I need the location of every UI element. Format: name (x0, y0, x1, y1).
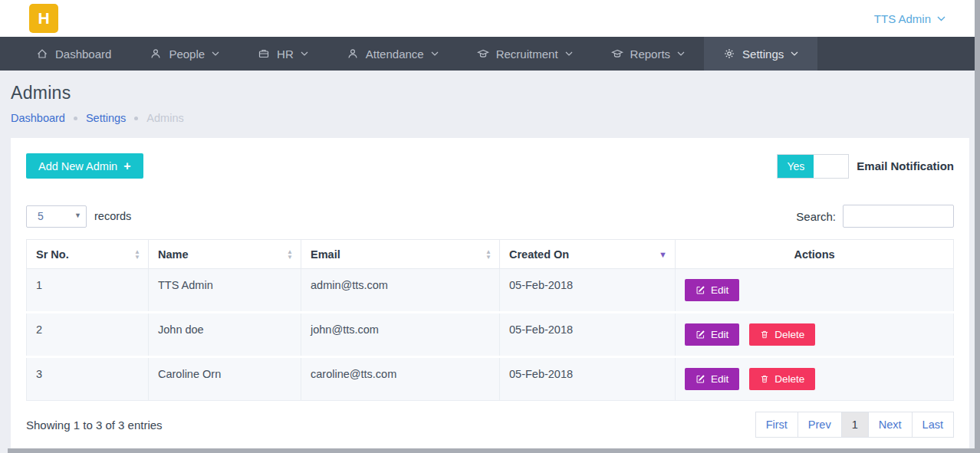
records-select[interactable]: 5 (26, 205, 87, 228)
cell-email: admin@tts.com (301, 269, 500, 313)
nav-item-people[interactable]: People (130, 37, 238, 71)
column-header-name[interactable]: Name ▲▼ (149, 240, 301, 269)
email-notification-label: Email Notification (857, 159, 954, 172)
briefcase-icon (258, 48, 270, 60)
breadcrumb-separator (74, 117, 77, 120)
edit-button[interactable]: Edit (685, 279, 739, 301)
edit-button[interactable]: Edit (685, 323, 739, 346)
breadcrumb: Dashboard Settings Admins (11, 112, 969, 124)
nav-label: Reports (630, 48, 671, 61)
horizontal-scrollbar[interactable] (8, 448, 975, 453)
sort-icon: ▲▼ (485, 249, 492, 260)
main-nav: Dashboard People HR Attendance Recruitme… (0, 37, 980, 71)
breadcrumb-separator (134, 117, 138, 120)
toggle-on-segment: Yes (778, 155, 814, 178)
chevron-down-icon (301, 51, 308, 56)
sort-desc-icon: ▼ (659, 250, 667, 259)
user-menu[interactable]: TTS Admin (874, 12, 945, 25)
cell-actions: Edit Delete (676, 313, 954, 357)
nav-label: Attendance (366, 48, 424, 61)
sort-icon: ▲▼ (134, 249, 140, 260)
cell-email: john@tts.com (301, 313, 500, 357)
home-icon (36, 48, 48, 60)
controls-row: 5 ▼ records Search: (26, 205, 954, 228)
edit-icon (696, 374, 705, 384)
vertical-scrollbar[interactable] (975, 0, 980, 453)
column-header-actions: Actions (676, 240, 954, 269)
cell-created-on: 05-Feb-2018 (500, 269, 676, 313)
nav-item-attendance[interactable]: Attendance (327, 37, 458, 71)
nav-item-dashboard[interactable]: Dashboard (17, 37, 130, 71)
cell-sr-no: 2 (27, 313, 149, 357)
sort-icon: ▲▼ (287, 249, 293, 260)
pagination: First Prev 1 Next Last (755, 412, 954, 438)
edit-icon (696, 330, 705, 340)
trash-icon (760, 330, 769, 340)
chevron-down-icon (791, 51, 798, 56)
cell-sr-no: 3 (27, 357, 149, 401)
nav-item-recruitment[interactable]: Recruitment (458, 37, 592, 71)
delete-button[interactable]: Delete (749, 368, 815, 390)
search-control: Search: (796, 205, 954, 228)
admins-panel: Add New Admin + Yes Email Notification 5… (11, 138, 969, 449)
nav-label: Dashboard (55, 48, 111, 61)
chevron-down-icon (212, 51, 219, 56)
app-logo[interactable]: H (29, 4, 58, 33)
graduation-cap-icon (477, 48, 489, 60)
page-title: Admins (11, 83, 969, 103)
column-header-email[interactable]: Email ▲▼ (301, 240, 500, 269)
delete-button[interactable]: Delete (749, 323, 815, 346)
table-footer: Showing 1 to 3 of 3 entries First Prev 1… (26, 412, 954, 438)
nav-label: People (169, 48, 205, 61)
cell-created-on: 05-Feb-2018 (500, 357, 676, 401)
breadcrumb-settings[interactable]: Settings (86, 112, 126, 124)
nav-label: HR (277, 48, 294, 61)
pagination-prev[interactable]: Prev (797, 412, 842, 438)
cell-name: John doe (149, 313, 301, 357)
pagination-first[interactable]: First (755, 412, 798, 438)
column-header-created-on[interactable]: Created On ▼ (500, 240, 676, 269)
table-header-row: Sr No. ▲▼ Name ▲▼ Email ▲▼ Created On ▼ … (27, 240, 954, 269)
chevron-down-icon (937, 16, 945, 21)
breadcrumb-dashboard[interactable]: Dashboard (11, 112, 65, 124)
nav-item-hr[interactable]: HR (238, 37, 327, 71)
pagination-page-1[interactable]: 1 (841, 412, 869, 438)
toolbar-row: Add New Admin + Yes Email Notification (26, 153, 954, 179)
showing-entries-text: Showing 1 to 3 of 3 entries (26, 419, 163, 432)
topbar: H TTS Admin (0, 0, 980, 37)
cell-email: caroline@tts.com (301, 357, 500, 401)
trash-icon (760, 374, 769, 384)
edit-button[interactable]: Edit (685, 368, 739, 390)
person-icon (150, 48, 162, 60)
nav-label: Recruitment (496, 48, 558, 61)
column-header-sr-no[interactable]: Sr No. ▲▼ (27, 240, 149, 269)
pagination-next[interactable]: Next (868, 412, 913, 438)
cell-created-on: 05-Feb-2018 (500, 313, 676, 357)
records-label: records (94, 210, 131, 222)
chevron-down-icon (431, 51, 439, 56)
email-notification-toggle[interactable]: Yes (777, 154, 849, 179)
search-input[interactable] (843, 205, 954, 228)
pagination-last[interactable]: Last (912, 412, 954, 438)
cell-actions: Edit (676, 269, 954, 313)
gear-icon (723, 48, 735, 60)
nav-label: Settings (742, 48, 784, 61)
nav-item-settings[interactable]: Settings (704, 37, 817, 71)
plus-icon: + (123, 160, 130, 172)
table-row: 1 TTS Admin admin@tts.com 05-Feb-2018 Ed… (27, 269, 954, 313)
cell-name: Caroline Orn (149, 357, 301, 401)
add-button-label: Add New Admin (38, 160, 117, 172)
table-row: 3 Caroline Orn caroline@tts.com 05-Feb-2… (27, 357, 954, 401)
chevron-down-icon (565, 51, 573, 56)
breadcrumb-current: Admins (146, 112, 183, 124)
records-per-page: 5 ▼ records (26, 205, 131, 228)
table-row: 2 John doe john@tts.com 05-Feb-2018 Edit… (27, 313, 954, 357)
logo-letter: H (38, 9, 49, 28)
add-new-admin-button[interactable]: Add New Admin + (26, 153, 143, 179)
graduation-cap-icon (611, 48, 623, 60)
person-icon (347, 48, 359, 60)
cell-sr-no: 1 (27, 269, 149, 313)
nav-item-reports[interactable]: Reports (592, 37, 705, 71)
page-head: Admins Dashboard Settings Admins (0, 71, 980, 124)
cell-actions: Edit Delete (676, 357, 954, 401)
